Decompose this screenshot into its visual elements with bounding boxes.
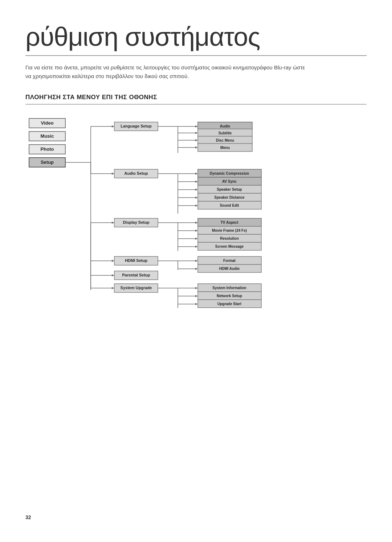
- svg-marker-25: [195, 197, 198, 199]
- svg-marker-29: [112, 222, 114, 224]
- subsub-hdmi-audio-label: HDMI Audio: [219, 267, 240, 271]
- sub-hdmi-setup-label: HDMI Setup: [125, 258, 147, 263]
- subsub-system-information-label: System Information: [212, 286, 246, 290]
- subsub-format-label: Format: [223, 259, 236, 263]
- subsub-screen-message-label: Screen Message: [215, 244, 244, 248]
- svg-marker-45: [195, 260, 198, 262]
- svg-marker-55: [195, 287, 198, 289]
- subsub-audio-label: Audio: [220, 124, 230, 128]
- sub-language-setup-label: Language Setup: [121, 124, 152, 128]
- subsub-speaker-distance-label: Speaker Distance: [214, 195, 245, 199]
- svg-marker-57: [195, 295, 198, 297]
- svg-marker-39: [195, 246, 198, 248]
- subsub-av-sync-label: AV Sync: [222, 179, 237, 183]
- main-item-setup-label: Setup: [41, 159, 54, 165]
- subsub-resolution-label: Resolution: [220, 236, 239, 240]
- section-title: ΠΛΟΗΓΗΣΗ ΣΤΑ ΜΕΝΟΥ ΕΠΙ ΤΗΣ ΟΘΟΝΗΣ: [25, 94, 367, 105]
- subsub-tv-aspect-label: TV Aspect: [221, 221, 238, 225]
- svg-marker-21: [195, 181, 198, 183]
- svg-marker-59: [195, 303, 198, 305]
- sub-audio-setup-label: Audio Setup: [124, 171, 148, 175]
- subsub-menu-label: Menu: [220, 146, 230, 150]
- sub-system-upgrade-label: System Upgrade: [121, 286, 152, 290]
- main-item-video-label: Video: [41, 120, 53, 126]
- subsub-movie-frame-label: Movie Frame (24 Fs): [212, 228, 247, 232]
- svg-marker-13: [195, 146, 198, 149]
- subsub-disc-menu-label: Disc Menu: [216, 138, 234, 142]
- svg-marker-33: [195, 222, 198, 224]
- main-item-photo-label: Photo: [41, 146, 54, 152]
- svg-marker-41: [112, 260, 114, 262]
- svg-marker-23: [195, 189, 198, 191]
- svg-marker-47: [195, 268, 198, 270]
- sub-display-setup-label: Display Setup: [123, 220, 150, 225]
- main-item-music-label: Music: [41, 133, 54, 139]
- svg-marker-15: [112, 173, 114, 175]
- page-title: ρύθμιση συστήματος: [25, 22, 367, 56]
- svg-marker-7: [195, 125, 198, 128]
- subsub-network-setup-label: Network Setup: [217, 294, 242, 298]
- svg-marker-35: [195, 230, 198, 232]
- svg-marker-11: [195, 139, 198, 141]
- intro-text: Για να είστε πιο άνετα, μπορείτε να ρυθμ…: [25, 63, 309, 81]
- subsub-upgrade-start-label: Upgrade Start: [217, 302, 242, 306]
- svg-marker-51: [112, 287, 114, 289]
- page-number: 32: [25, 514, 31, 520]
- subsub-speaker-setup-label: Speaker Setup: [217, 187, 242, 191]
- svg-marker-49: [112, 274, 114, 276]
- svg-marker-19: [195, 173, 198, 175]
- svg-marker-27: [195, 205, 198, 207]
- subsub-sound-edit-label: Sound Edit: [220, 203, 239, 207]
- menu-diagram: .box-main { fill: #e8e8e8; stroke: #777;…: [25, 116, 352, 326]
- subsub-dynamic-compression-label: Dynamic Compression: [210, 171, 249, 175]
- sub-parental-setup-label: Parental Setup: [122, 273, 150, 277]
- svg-marker-3: [112, 125, 114, 128]
- subsub-subtitle-label: Subtitle: [219, 131, 232, 135]
- svg-marker-9: [195, 132, 198, 134]
- svg-marker-37: [195, 238, 198, 240]
